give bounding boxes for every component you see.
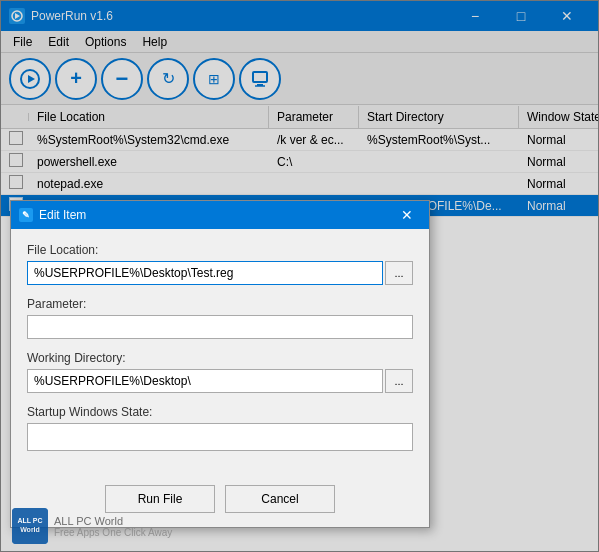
svg-text:World: World <box>20 526 40 533</box>
startup-state-row <box>27 423 413 451</box>
parameter-label: Parameter: <box>27 297 413 311</box>
edit-item-dialog: ✎ Edit Item ✕ File Location: ... Paramet… <box>10 200 430 528</box>
watermark-logo: ALL PC World <box>12 508 48 544</box>
dialog-title-bar: ✎ Edit Item ✕ <box>11 201 429 229</box>
svg-text:ALL PC: ALL PC <box>17 517 42 524</box>
watermark: ALL PC World ALL PC World Free Apps One … <box>12 508 172 544</box>
file-location-row: ... <box>27 261 413 285</box>
cancel-button[interactable]: Cancel <box>225 485 335 513</box>
watermark-sub-text: Free Apps One Click Away <box>54 527 172 538</box>
parameter-row <box>27 315 413 339</box>
file-location-input[interactable] <box>27 261 383 285</box>
working-dir-row: ... <box>27 369 413 393</box>
working-dir-label: Working Directory: <box>27 351 413 365</box>
dialog-close-button[interactable]: ✕ <box>393 201 421 229</box>
working-dir-browse-button[interactable]: ... <box>385 369 413 393</box>
watermark-main-text: ALL PC World <box>54 515 172 527</box>
file-location-label: File Location: <box>27 243 413 257</box>
dialog-title-text: Edit Item <box>39 208 393 222</box>
dialog-icon: ✎ <box>19 208 33 222</box>
parameter-input[interactable] <box>27 315 413 339</box>
startup-state-label: Startup Windows State: <box>27 405 413 419</box>
watermark-text-block: ALL PC World Free Apps One Click Away <box>54 515 172 538</box>
dialog-body: File Location: ... Parameter: Working Di… <box>11 229 429 477</box>
working-dir-input[interactable] <box>27 369 383 393</box>
file-location-browse-button[interactable]: ... <box>385 261 413 285</box>
modal-overlay: ✎ Edit Item ✕ File Location: ... Paramet… <box>0 0 599 552</box>
